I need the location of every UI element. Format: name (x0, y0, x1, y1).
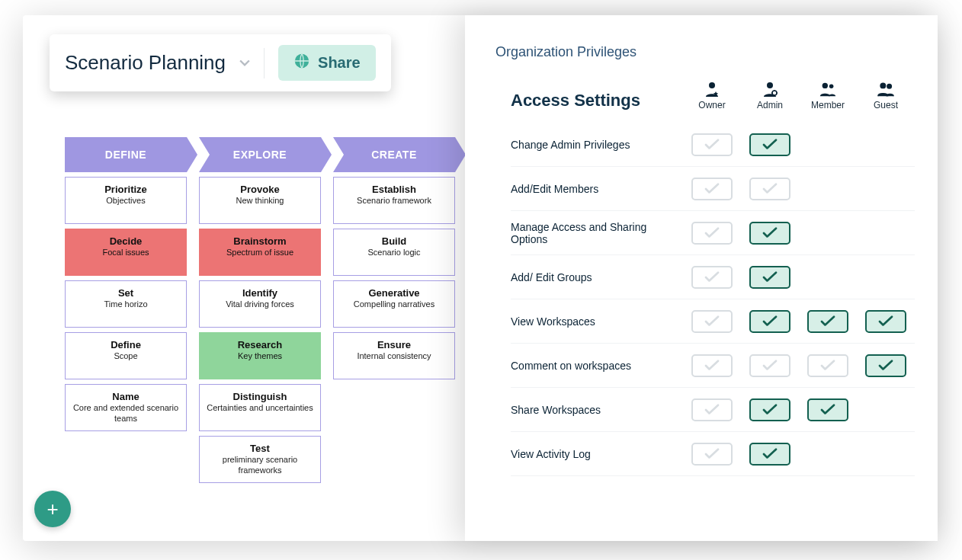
app-canvas: Scenario Planning Share DEFINEPrioritize… (23, 15, 938, 541)
scenario-card[interactable]: DecideFocal issues (65, 229, 187, 276)
privilege-label: View Activity Log (511, 448, 683, 460)
privilege-toggle[interactable] (691, 443, 733, 466)
scenario-card[interactable]: ProvokeNew thinking (199, 177, 321, 224)
privilege-label: Change Admin Privileges (511, 139, 683, 151)
card-title: Provoke (204, 184, 316, 195)
card-subtitle: Objectives (70, 196, 181, 206)
scenario-card[interactable]: Testpreliminary scenario frameworks (199, 436, 321, 483)
card-subtitle: Scope (70, 351, 181, 362)
svg-point-5 (829, 85, 834, 89)
add-fab[interactable]: + (34, 491, 71, 527)
svg-point-2 (767, 82, 773, 88)
role-guest: Guest (857, 82, 915, 110)
privilege-toggle[interactable] (749, 443, 790, 466)
privilege-toggle[interactable] (865, 354, 906, 377)
privilege-toggle[interactable] (691, 222, 733, 245)
scenario-card[interactable]: SetTime horizo (65, 280, 187, 328)
card-subtitle: Focal issues (70, 248, 181, 258)
stage-header[interactable]: CREATE (333, 137, 455, 172)
scenario-card[interactable]: BrainstormSpectrum of issue (199, 229, 321, 276)
privilege-toggle[interactable] (749, 266, 790, 289)
card-title: Brainstorm (204, 235, 316, 247)
card-title: Test (204, 443, 316, 454)
panel-title: Organization Privileges (495, 44, 915, 60)
privilege-row: Share Workspaces (511, 388, 915, 432)
scenario-card[interactable]: EnsureInternal consistency (333, 332, 455, 379)
privilege-toggle[interactable] (807, 310, 848, 333)
workspace-title: Scenario Planning (65, 51, 226, 75)
stage-column: EXPLOREProvokeNew thinkingBrainstormSpec… (199, 137, 321, 483)
role-owner: Owner (683, 82, 741, 110)
privilege-toggle[interactable] (807, 354, 848, 377)
card-subtitle: preliminary scenario frameworks (204, 455, 316, 476)
card-title: Decide (70, 235, 181, 247)
privilege-label: Manage Access and Sharing Options (511, 221, 683, 245)
privilege-toggle[interactable] (691, 310, 733, 333)
privilege-toggle[interactable] (749, 178, 790, 200)
share-button[interactable]: Share (278, 45, 376, 81)
stage-header[interactable]: DEFINE (65, 137, 187, 172)
svg-point-1 (709, 82, 715, 88)
privilege-row: Manage Access and Sharing Options (511, 211, 915, 255)
scenario-card[interactable]: BuildScenario logic (333, 229, 455, 276)
globe-icon (293, 53, 310, 73)
privilege-toggle[interactable] (691, 354, 733, 377)
card-title: Define (70, 339, 181, 350)
privilege-row: Add/Edit Members (511, 167, 915, 211)
privilege-label: Add/Edit Members (511, 183, 683, 195)
scenario-card[interactable]: DistinguishCertainties and uncertainties (199, 384, 321, 431)
privilege-row: View Workspaces (511, 299, 915, 344)
scenario-card[interactable]: ResearchKey themes (199, 332, 321, 379)
privilege-rows: Change Admin PrivilegesAdd/Edit MembersM… (495, 123, 915, 476)
stage-header[interactable]: EXPLORE (199, 137, 321, 172)
stage-column: CREATEEstablishScenario frameworkBuildSc… (333, 137, 455, 483)
privilege-label: Share Workspaces (511, 404, 683, 416)
privilege-toggle[interactable] (807, 398, 848, 421)
privilege-row: Add/ Edit Groups (511, 255, 915, 299)
share-label: Share (318, 54, 361, 72)
privilege-toggle[interactable] (691, 266, 733, 289)
card-title: Set (70, 287, 181, 299)
svg-point-6 (880, 83, 885, 88)
card-title: Generative (338, 287, 450, 299)
scenario-card[interactable]: IdentifyVital driving forces (199, 280, 321, 328)
card-subtitle: New thinking (204, 196, 316, 206)
toolbar: Scenario Planning Share (50, 34, 391, 91)
card-subtitle: Core and extended scenario teams (70, 403, 181, 424)
privilege-toggle[interactable] (691, 133, 733, 156)
scenario-card[interactable]: PrioritizeObjectives (65, 177, 187, 224)
card-title: Name (70, 391, 181, 402)
privilege-toggle[interactable] (691, 398, 733, 421)
stage-column: DEFINEPrioritizeObjectivesDecideFocal is… (65, 137, 187, 483)
privileges-panel: Organization Privileges Access Settings … (465, 15, 938, 541)
privilege-row: Comment on workspaces (511, 344, 915, 388)
svg-point-3 (772, 91, 777, 95)
privilege-toggle[interactable] (749, 222, 790, 245)
card-subtitle: Spectrum of issue (204, 248, 316, 258)
privilege-label: View Workspaces (511, 315, 683, 328)
scenario-diagram: DEFINEPrioritizeObjectivesDecideFocal is… (65, 137, 504, 483)
privilege-toggle[interactable] (691, 178, 733, 200)
privilege-toggle[interactable] (749, 133, 790, 156)
card-subtitle: Scenario logic (338, 248, 450, 258)
privilege-toggle[interactable] (865, 310, 906, 333)
card-title: Prioritize (70, 184, 181, 195)
scenario-card[interactable]: GenerativeCompelling narratives (333, 280, 455, 328)
role-admin: Admin (741, 82, 799, 110)
scenario-card[interactable]: DefineScope (65, 332, 187, 379)
svg-point-7 (887, 85, 892, 89)
card-subtitle: Internal consistency (338, 351, 450, 362)
privilege-toggle[interactable] (749, 354, 790, 377)
chevron-down-icon[interactable] (239, 57, 250, 69)
scenario-card[interactable]: NameCore and extended scenario teams (65, 384, 187, 431)
privilege-toggle[interactable] (749, 310, 790, 333)
card-title: Distinguish (204, 391, 316, 402)
privilege-toggle[interactable] (749, 398, 790, 421)
privilege-label: Comment on workspaces (511, 360, 683, 372)
card-subtitle: Compelling narratives (338, 299, 450, 310)
card-subtitle: Key themes (204, 351, 316, 362)
privilege-label: Add/ Edit Groups (511, 271, 683, 283)
scenario-card[interactable]: EstablishScenario framework (333, 177, 455, 224)
card-title: Identify (204, 287, 316, 299)
card-title: Build (338, 235, 450, 247)
